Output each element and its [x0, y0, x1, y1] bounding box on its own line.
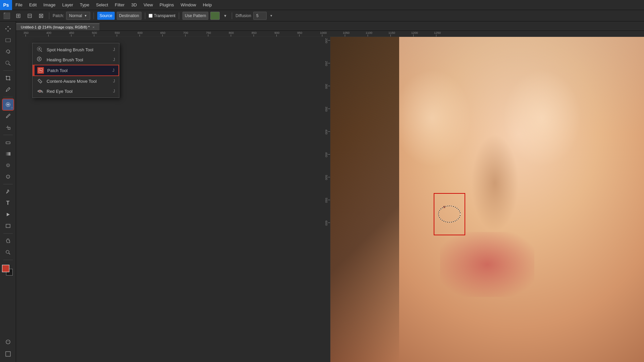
options-bar: ⬛ ⊞ ⊟ ⊠ Patch: Normal ▼ Source Destinati… [0, 10, 644, 21]
source-button[interactable]: Source [97, 12, 115, 20]
red-eye-shortcut: J [113, 89, 115, 94]
use-pattern-button[interactable]: Use Pattern [182, 12, 208, 20]
dropdown-red-eye-tool[interactable]: ✕ Red Eye Tool J [33, 86, 119, 96]
separator-4 [179, 12, 179, 19]
dropdown-content-aware-move[interactable]: Content-Aware Move Tool J [33, 76, 119, 86]
menu-view[interactable]: View [140, 0, 156, 10]
svg-line-16 [9, 253, 10, 254]
pattern-dropdown-arrow[interactable]: ▼ [222, 12, 228, 20]
has-submenu-arrow: ▾ [11, 107, 13, 109]
red-eye-label: Red Eye Tool [47, 89, 72, 94]
diffusion-label: Diffusion [235, 13, 251, 18]
toolbar-separator-6 [3, 260, 13, 260]
menu-file[interactable]: File [12, 0, 26, 10]
canvas-tab-title: Untitled-1 @ 214% (Image copy, RGB/8) * [21, 25, 90, 29]
separator-2 [94, 12, 94, 19]
dropdown-spot-healing[interactable]: Spot Healing Brush Tool J [33, 45, 119, 55]
patch-mode-dropdown[interactable]: Normal ▼ [66, 12, 90, 20]
marquee-tool-btn[interactable] [3, 35, 13, 46]
dodge-tool-btn[interactable] [3, 171, 13, 182]
zoom-tool-btn[interactable] [3, 247, 13, 258]
canvas-inner[interactable] [330, 37, 644, 362]
menu-edit[interactable]: Edit [26, 0, 40, 10]
svg-point-3 [6, 91, 7, 92]
hand-tool-btn[interactable] [3, 236, 13, 246]
quick-select-tool-btn[interactable] [3, 58, 13, 68]
dropdown-patch-tool[interactable]: Patch Tool J [33, 65, 119, 76]
toolbar-separator-2 [3, 97, 13, 97]
new-selection-btn[interactable]: ⬛ [2, 11, 11, 20]
eyedropper-tool-btn[interactable] [3, 84, 13, 95]
healing-brush-tool-btn[interactable]: ▾ [3, 99, 13, 110]
healing-brush-label: Healing Brush Tool [47, 57, 83, 62]
svg-text:✕: ✕ [41, 91, 43, 94]
svg-line-2 [9, 64, 10, 65]
menu-filter[interactable]: Filter [111, 0, 128, 10]
menu-window[interactable]: Window [177, 0, 199, 10]
menu-3d[interactable]: 3D [128, 0, 140, 10]
subtract-selection-btn[interactable]: ⊟ [25, 11, 34, 20]
tool-dropdown-menu: Spot Healing Brush Tool J Healing Brush … [32, 43, 119, 98]
canvas-tab-active[interactable]: Untitled-1 @ 214% (Image copy, RGB/8) * … [16, 23, 100, 31]
rectangle-shape-tool-btn[interactable] [3, 221, 13, 231]
destination-button[interactable]: Destination [117, 12, 142, 20]
menu-layer[interactable]: Layer [59, 0, 77, 10]
menu-plugins[interactable]: Plugins [156, 0, 177, 10]
toolbar-separator-5 [3, 233, 13, 234]
menu-help[interactable]: Help [200, 0, 215, 10]
toolbar: ▾ T [0, 21, 16, 362]
spot-healing-label: Spot Healing Brush Tool [47, 47, 93, 52]
patch-mode-value: Normal [69, 13, 82, 18]
gradient-tool-btn[interactable] [3, 148, 13, 159]
crop-tool-btn[interactable] [3, 73, 13, 83]
transparent-checkbox[interactable] [149, 14, 153, 18]
pattern-preview[interactable] [210, 12, 220, 20]
svg-point-1 [6, 61, 9, 64]
blur-tool-btn[interactable] [3, 160, 13, 171]
add-selection-btn[interactable]: ⊞ [13, 11, 23, 20]
tab-close-btn[interactable]: × [92, 25, 94, 29]
move-tool-btn[interactable] [3, 23, 13, 34]
content-aware-move-icon [37, 78, 43, 84]
change-screen-mode-btn[interactable] [3, 349, 13, 359]
transparent-label: Transparent [154, 13, 175, 18]
menu-image[interactable]: Image [40, 0, 59, 10]
svg-rect-8 [6, 142, 10, 144]
spot-healing-icon [37, 46, 43, 53]
main-area: ▾ T [0, 21, 644, 362]
selection-indicator-active [33, 65, 35, 75]
separator-5 [232, 12, 232, 19]
diffusion-dropdown-arrow[interactable]: ▼ [269, 12, 274, 20]
tab-bar: Untitled-1 @ 214% (Image copy, RGB/8) * … [16, 21, 644, 31]
quick-mask-btn[interactable] [3, 337, 13, 347]
patch-selection-rect [434, 193, 465, 235]
svg-rect-0 [6, 39, 10, 42]
patch-tool-icon [37, 67, 44, 74]
diffusion-input[interactable] [253, 12, 267, 20]
patch-tool-shortcut: J [112, 68, 114, 73]
fg-color-swatch[interactable] [2, 265, 9, 272]
dropdown-healing-brush[interactable]: Healing Brush Tool J [33, 55, 119, 65]
brush-tool-btn[interactable] [3, 111, 13, 121]
toolbar-separator-4 [3, 184, 13, 184]
svg-point-11 [7, 164, 9, 166]
lasso-tool-btn[interactable] [3, 46, 13, 57]
menu-select[interactable]: Select [93, 0, 111, 10]
menu-type[interactable]: Type [76, 0, 93, 10]
marching-ants-overlay [434, 194, 465, 235]
dropdown-arrow-icon: ▼ [84, 14, 87, 17]
intersect-selection-btn[interactable]: ⊠ [36, 11, 46, 20]
diffusion-wrap: Diffusion ▼ [235, 12, 274, 20]
pen-tool-btn[interactable] [3, 186, 13, 197]
clone-stamp-tool-btn[interactable] [3, 122, 13, 133]
svg-point-28 [40, 91, 41, 92]
color-swatches [2, 265, 14, 277]
svg-rect-14 [6, 224, 10, 228]
eraser-tool-btn[interactable] [3, 137, 13, 148]
separator-3 [145, 12, 145, 19]
transparent-wrap: Transparent [149, 13, 175, 18]
horizontal-ruler: 3504004505005506006507007508008509009501… [22, 31, 644, 37]
type-tool-btn[interactable]: T [3, 198, 13, 208]
path-select-tool-btn[interactable] [3, 209, 13, 220]
toolbar-separator-1 [3, 70, 13, 71]
